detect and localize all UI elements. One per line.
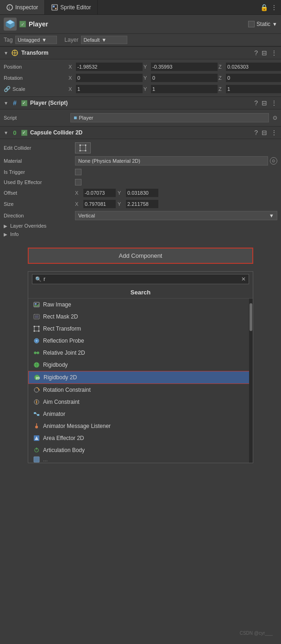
aim-constraint-label: Aim Constraint [43, 399, 80, 405]
position-y-input[interactable] [151, 63, 218, 71]
svg-point-25 [34, 331, 35, 332]
transform-settings-icon[interactable]: ⊟ [262, 49, 267, 57]
rotation-y-input[interactable] [151, 74, 218, 82]
capsule-collider-more-icon[interactable]: ⋮ [271, 129, 277, 136]
add-component-button[interactable]: Add Component [28, 248, 253, 264]
search-item-rotation-constraint[interactable]: Rotation Constraint [28, 384, 253, 396]
material-input[interactable]: None (Physics Material 2D) [75, 156, 268, 166]
lock-icon[interactable]: 🔒 [260, 4, 268, 11]
static-dropdown-arrow[interactable]: ▼ [272, 21, 277, 27]
rotation-z-input[interactable] [226, 74, 281, 82]
animator-message-icon [33, 422, 40, 430]
search-item-partial[interactable]: ... [28, 456, 253, 463]
size-x-input[interactable] [83, 200, 116, 208]
direction-value-text: Vertical [78, 213, 95, 218]
search-item-rect-mask-2d[interactable]: Rect Mask 2D [28, 311, 253, 323]
search-clear-button[interactable]: ✕ [241, 276, 246, 282]
transform-help-icon[interactable]: ? [254, 49, 258, 57]
search-item-rigidbody-2d[interactable]: 2D Rigidbody 2D [28, 371, 253, 384]
search-results: Raw Image Rect Mask 2D [28, 299, 253, 463]
game-object-header: ✓ Player Static ▼ [0, 15, 281, 34]
tab-inspector[interactable]: i Inspector [0, 0, 45, 14]
scrollbar[interactable] [249, 299, 253, 463]
tab-sprite-editor[interactable]: Sprite Editor [45, 0, 98, 14]
layer-overrides-row[interactable]: ▶ Layer Overrides [0, 222, 281, 230]
capsule-collider-collapse-arrow[interactable]: ▼ [4, 130, 8, 135]
scale-y-label: Y [144, 86, 150, 92]
direction-dropdown[interactable]: Vertical ▼ [75, 211, 277, 220]
scale-link-icon: 🔗 [4, 86, 11, 92]
layer-select[interactable]: Default ▼ [81, 36, 127, 44]
is-trigger-checkbox[interactable] [75, 169, 81, 175]
scale-y-input[interactable] [151, 85, 218, 93]
svg-rect-4 [55, 8, 56, 9]
capsule-collider-icon: 0 [11, 129, 19, 136]
player-script-help-icon[interactable]: ? [254, 99, 258, 107]
offset-field: Offset X Y [0, 187, 281, 198]
svg-point-28 [36, 340, 38, 342]
size-y-input[interactable] [126, 200, 158, 208]
capsule-collider-title: Capsule Collider 2D [30, 129, 251, 136]
rotation-x-input[interactable] [76, 74, 143, 82]
search-item-animator-message-listener[interactable]: Animator Message Listener [28, 420, 253, 432]
more-icon[interactable]: ⋮ [271, 4, 277, 11]
footer-text: CSDN @cyr___ [240, 631, 273, 636]
search-bar: 🔍 r ✕ [28, 272, 253, 287]
go-active-checkbox[interactable]: ✓ [19, 21, 26, 27]
position-x-input[interactable] [76, 63, 143, 71]
player-script-settings-icon[interactable]: ⊟ [262, 99, 267, 107]
info-row[interactable]: ▶ Info [0, 230, 281, 238]
area-effector-icon [33, 434, 40, 442]
offset-y-input[interactable] [126, 189, 158, 197]
svg-text:i: i [9, 6, 10, 10]
search-item-raw-image[interactable]: Raw Image [28, 299, 253, 311]
search-item-area-effector-2d[interactable]: Area Effector 2D [28, 432, 253, 444]
capsule-collider-settings-icon[interactable]: ⊟ [262, 129, 267, 136]
direction-label: Direction [4, 213, 73, 218]
aim-constraint-icon [33, 398, 40, 406]
edit-collider-button[interactable] [75, 142, 91, 153]
tag-select[interactable]: Untagged ▼ [15, 36, 57, 44]
svg-point-26 [38, 331, 40, 332]
search-item-relative-joint-2d[interactable]: Relative Joint 2D [28, 347, 253, 359]
position-z-input[interactable] [226, 63, 281, 71]
static-checkbox[interactable] [248, 21, 255, 27]
player-script-more-icon[interactable]: ⋮ [271, 99, 277, 107]
player-script-checkbox[interactable]: ✓ [21, 100, 27, 106]
svg-rect-44 [37, 414, 39, 416]
tag-layer-row: Tag Untagged ▼ Layer Default ▼ [0, 34, 281, 46]
search-item-articulation-body[interactable]: Articulation Body [28, 444, 253, 456]
scale-label: 🔗 Scale [4, 86, 69, 92]
header-tabs: i Inspector Sprite Editor 🔒 ⋮ [0, 0, 281, 15]
player-script-actions: ? ⊟ ⋮ [254, 99, 277, 107]
offset-x-input[interactable] [83, 189, 116, 197]
offset-label: Offset [4, 190, 73, 196]
size-y-label: Y [118, 201, 124, 207]
transform-title: Transform [21, 50, 251, 56]
capsule-collider-checkbox[interactable]: ✓ [21, 130, 27, 136]
search-title: Search [28, 287, 253, 299]
capsule-collider-help-icon[interactable]: ? [254, 129, 258, 136]
player-script-collapse-arrow[interactable]: ▼ [4, 101, 8, 106]
search-input-wrapper: 🔍 r ✕ [32, 274, 249, 284]
transform-more-icon[interactable]: ⋮ [271, 49, 277, 57]
player-script-title: Player (Script) [30, 100, 251, 106]
rotation-label: Rotation [4, 75, 69, 81]
search-item-reflection-probe[interactable]: Reflection Probe [28, 335, 253, 347]
used-by-effector-checkbox[interactable] [75, 179, 81, 185]
position-row: Position X Y Z [0, 61, 281, 72]
search-item-aim-constraint[interactable]: Aim Constraint [28, 396, 253, 408]
relative-joint-icon [33, 349, 40, 357]
search-item-rigidbody[interactable]: Rigidbody [28, 359, 253, 371]
position-z-label: Z [219, 64, 225, 70]
material-select-icon[interactable]: ⊙ [270, 157, 277, 165]
raw-image-icon [33, 301, 40, 308]
transform-collapse-arrow[interactable]: ▼ [4, 51, 8, 56]
scale-z-input[interactable] [226, 85, 281, 93]
script-select-icon[interactable]: ⊙ [273, 115, 277, 121]
scale-x-input[interactable] [76, 85, 143, 93]
svg-text:2D: 2D [36, 376, 40, 380]
search-input-text[interactable]: r [44, 276, 239, 282]
search-item-rect-transform[interactable]: Rect Transform [28, 323, 253, 335]
search-item-animator[interactable]: Animator [28, 408, 253, 420]
